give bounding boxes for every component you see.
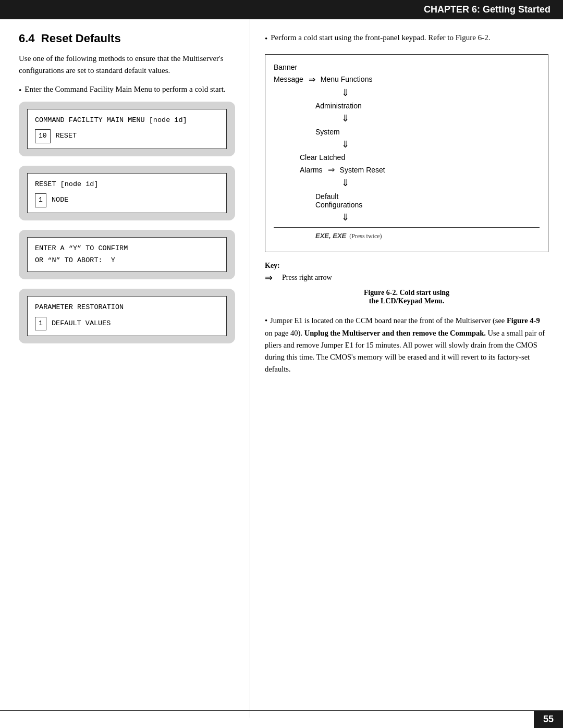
diagram-alarms: Alarms bbox=[300, 166, 323, 174]
terminal1-num-line: 10 RESET bbox=[35, 129, 219, 143]
diagram-arrow-down-4: ⇓ bbox=[341, 178, 540, 189]
diagram-administration: Administration bbox=[315, 102, 362, 110]
key-section: Key: ⇒ Press right arrow bbox=[265, 262, 548, 283]
terminal-inner-3: ENTER A “Y” TO CONFIRM OR “N” TO ABORT: … bbox=[27, 237, 227, 273]
diagram-default: Default Configurations bbox=[315, 192, 362, 209]
diagram-arrow-down-5-wrap: ⇓ bbox=[326, 212, 540, 224]
terminal2-num: 1 bbox=[35, 193, 46, 207]
diagram-banner-row: Banner bbox=[274, 63, 540, 71]
diagram-system-reset: System Reset bbox=[340, 166, 385, 174]
diagram-menu-functions: Menu Functions bbox=[321, 75, 373, 83]
diagram-arrow-down-4-wrap: ⇓ bbox=[326, 178, 540, 189]
left-column: 6.4 Reset Defaults Use one of the follow… bbox=[0, 19, 250, 718]
diagram-arrow-right-1: ⇒ bbox=[309, 75, 315, 84]
page-number: 55 bbox=[534, 711, 563, 728]
diagram-clear-latched-row: Clear Latched bbox=[300, 153, 540, 162]
figure-caption-2: the LCD/Keypad Menu. bbox=[369, 297, 444, 305]
terminal3-line2: OR “N” TO ABORT: Y bbox=[35, 255, 219, 267]
diagram-arrow-down-3-wrap: ⇓ bbox=[326, 139, 540, 151]
key-label: Key: bbox=[265, 262, 548, 270]
terminal1-label: RESET bbox=[56, 130, 77, 142]
terminal2-label: NODE bbox=[52, 194, 68, 206]
diagram-arrow-down-1: ⇓ bbox=[341, 88, 540, 99]
diagram-banner: Banner bbox=[274, 63, 297, 71]
bottom-para-text: Jumper E1 is located on the CCM board ne… bbox=[265, 316, 545, 373]
bullet-1-text: Enter the Command Facility Main Menu to … bbox=[25, 83, 225, 95]
key-arrow: ⇒ bbox=[265, 272, 273, 283]
diagram-admin-row: Administration bbox=[315, 102, 540, 110]
diagram-arrow-down-1-wrap: ⇓ bbox=[326, 88, 540, 99]
diagram-arrow-down-2: ⇓ bbox=[341, 113, 540, 125]
diagram-message: Message bbox=[274, 75, 303, 83]
diagram-default-row: Default Configurations bbox=[315, 192, 540, 209]
diagram-arrow-down-3: ⇓ bbox=[341, 139, 540, 151]
diagram-message-row: Message ⇒ Menu Functions bbox=[274, 75, 540, 84]
key-desc: Press right arrow bbox=[282, 274, 332, 282]
diagram-system-row: System bbox=[315, 128, 540, 136]
figure-caption-1: Figure 6-2. Cold start using bbox=[364, 289, 449, 297]
terminal4-line1: PARAMETER RESTORATION bbox=[35, 302, 219, 314]
diagram-system: System bbox=[315, 128, 340, 136]
diagram-arrow-down-2-wrap: ⇓ bbox=[326, 113, 540, 125]
terminal1-num: 10 bbox=[35, 129, 51, 143]
bullet-symbol: • bbox=[19, 84, 21, 96]
terminal2-num-line: 1 NODE bbox=[35, 193, 219, 207]
bottom-bullet-symbol: • bbox=[265, 316, 267, 325]
right-bullet-symbol: • bbox=[265, 33, 267, 45]
terminal-inner-4: PARAMETER RESTORATION 1 DEFAULT VALUES bbox=[27, 296, 227, 336]
right-column: • Perform a cold start using the front-p… bbox=[250, 19, 563, 718]
chapter-header: CHAPTER 6: Getting Started bbox=[0, 0, 563, 19]
diagram-arrow-right-2: ⇒ bbox=[328, 165, 335, 175]
bullet-1: • Enter the Command Facility Main Menu t… bbox=[19, 83, 235, 96]
diagram-box: Banner Message ⇒ Menu Functions ⇓ Admini… bbox=[265, 54, 548, 253]
diagram-clear-latched: Clear Latched bbox=[300, 153, 345, 162]
terminal-box-1: COMMAND FACILITY MAIN MENU [node id] 10 … bbox=[19, 102, 235, 156]
terminal-inner-2: RESET [node id] 1 NODE bbox=[27, 173, 227, 213]
diagram-alarms-row: Alarms ⇒ System Reset bbox=[300, 165, 540, 175]
content-area: 6.4 Reset Defaults Use one of the follow… bbox=[0, 19, 563, 718]
terminal1-line1: COMMAND FACILITY MAIN MENU [node id] bbox=[35, 115, 219, 127]
bottom-para: •Jumper E1 is located on the CCM board n… bbox=[265, 315, 548, 375]
terminal-box-4: PARAMETER RESTORATION 1 DEFAULT VALUES bbox=[19, 289, 235, 343]
terminal4-num-line: 1 DEFAULT VALUES bbox=[35, 317, 219, 330]
terminal2-line1: RESET [node id] bbox=[35, 179, 219, 191]
diagram-press-twice: (Press twice) bbox=[349, 232, 382, 240]
figure-caption: Figure 6-2. Cold start using the LCD/Key… bbox=[265, 289, 548, 305]
diagram-exe-label: EXE, EXE bbox=[315, 232, 346, 240]
terminal4-num: 1 bbox=[35, 317, 46, 330]
chapter-title: CHAPTER 6: Getting Started bbox=[424, 4, 550, 15]
diagram-exe-row: EXE, EXE (Press twice) bbox=[315, 232, 540, 240]
terminal4-label: DEFAULT VALUES bbox=[52, 318, 111, 330]
right-bullet-1: • Perform a cold start using the front-p… bbox=[265, 32, 548, 45]
diagram-divider bbox=[274, 227, 540, 228]
diagram-arrow-down-5: ⇓ bbox=[341, 212, 540, 224]
section-title: 6.4 Reset Defaults bbox=[19, 32, 235, 45]
intro-text: Use one of the following methods to ensu… bbox=[19, 53, 235, 76]
terminal3-line1: ENTER A “Y” TO CONFIRM bbox=[35, 243, 219, 255]
terminal-box-3: ENTER A “Y” TO CONFIRM OR “N” TO ABORT: … bbox=[19, 230, 235, 280]
terminal-box-2: RESET [node id] 1 NODE bbox=[19, 166, 235, 220]
terminal-inner-1: COMMAND FACILITY MAIN MENU [node id] 10 … bbox=[27, 109, 227, 149]
right-bullet-text: Perform a cold start using the front-pan… bbox=[271, 32, 490, 44]
key-row: ⇒ Press right arrow bbox=[265, 272, 548, 283]
page-footer: 55 bbox=[0, 710, 563, 728]
